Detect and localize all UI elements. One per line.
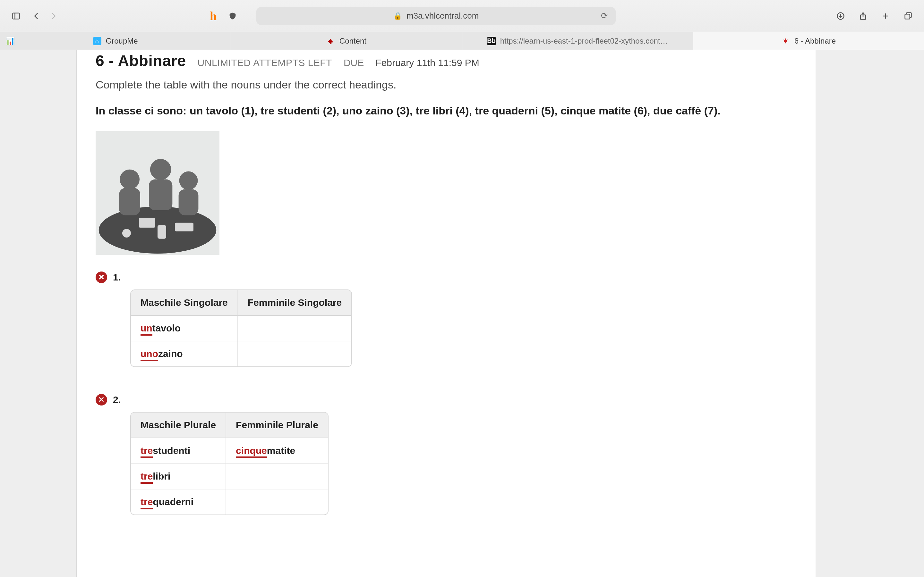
tab-groupme[interactable]: ⌂ GroupMe — [0, 32, 231, 50]
table-row: trequaderni — [131, 489, 328, 514]
tab-strip: ⌂ GroupMe ◈ Content Bb https://learn-us-… — [0, 32, 924, 50]
content-favicon-icon: ◈ — [326, 37, 335, 45]
sidebar-toggle-icon[interactable] — [10, 10, 23, 23]
svg-rect-8 — [905, 14, 910, 19]
blackboard-favicon-icon: Bb — [487, 37, 496, 45]
col-header: Maschile Plurale — [131, 413, 226, 438]
favorite-item-1-icon[interactable]: 📊 — [4, 35, 17, 47]
assignment-page: 6 - Abbinare UNLIMITED ATTEMPTS LEFT DUE… — [76, 50, 816, 577]
svg-rect-0 — [13, 13, 19, 19]
classroom-illustration — [95, 131, 220, 255]
assignment-title: 6 - Abbinare — [95, 52, 186, 69]
assignment-header: 6 - Abbinare UNLIMITED ATTEMPTS LEFT DUE… — [95, 52, 796, 69]
vhl-favicon-icon: ✶ — [782, 37, 790, 45]
tabs-overview-icon[interactable] — [901, 10, 914, 23]
svg-point-22 — [122, 229, 131, 237]
groupme-favicon-icon: ⌂ — [93, 37, 102, 45]
answer-table-1: Maschile Singolare Femminile Singolare u… — [130, 290, 352, 367]
answer-cell[interactable] — [238, 341, 351, 366]
question-2: ✕ 2. Maschile Plurale Femminile Plurale … — [95, 394, 796, 516]
answer-cell[interactable]: untavolo — [131, 316, 238, 341]
due-date: February 11th 11:59 PM — [375, 57, 479, 68]
svg-rect-23 — [158, 225, 166, 239]
answer-cell[interactable]: cinquematite — [226, 438, 328, 464]
forward-icon — [47, 10, 60, 23]
privacy-shield-icon[interactable] — [226, 10, 239, 23]
tab-vhl-active[interactable]: ✶ 6 - Abbinare — [693, 32, 924, 50]
answer-cell[interactable]: trelibri — [131, 464, 226, 489]
answer-cell[interactable] — [226, 464, 328, 489]
svg-point-18 — [179, 171, 198, 190]
lock-icon: 🔒 — [393, 12, 402, 20]
answer-table-2: Maschile Plurale Femminile Plurale trest… — [130, 412, 328, 515]
svg-rect-15 — [119, 188, 140, 215]
url-text: m3a.vhlcentral.com — [407, 11, 479, 21]
answer-cell[interactable]: unozaino — [131, 341, 238, 366]
attempts-remaining: UNLIMITED ATTEMPTS LEFT — [198, 57, 332, 68]
svg-rect-20 — [139, 218, 155, 227]
svg-point-14 — [120, 169, 140, 189]
tab-label: https://learn-us-east-1-prod-fleet02-xyt… — [500, 37, 668, 45]
table-row: untavolo — [131, 316, 351, 341]
prompt-text: In classe ci sono: un tavolo (1), tre st… — [95, 105, 796, 117]
question-number: 1. — [113, 272, 121, 283]
col-header: Femminile Singolare — [238, 290, 351, 316]
tab-label: 6 - Abbinare — [795, 37, 836, 45]
col-header: Femminile Plurale — [226, 413, 328, 438]
due-label: DUE — [344, 57, 364, 68]
table-row: trelibri — [131, 464, 328, 489]
svg-rect-21 — [175, 223, 194, 231]
instructions-text: Complete the table with the nouns under … — [95, 79, 796, 91]
question-number: 2. — [113, 394, 121, 405]
svg-rect-19 — [179, 189, 199, 215]
back-icon[interactable] — [30, 10, 43, 23]
tab-content[interactable]: ◈ Content — [231, 32, 462, 50]
table-row: trestudenti cinquematite — [131, 438, 328, 464]
tab-label: GroupMe — [106, 37, 138, 45]
address-bar[interactable]: 🔒 m3a.vhlcentral.com ⟳ — [256, 7, 615, 25]
answer-cell[interactable] — [226, 489, 328, 514]
table-row: unozaino — [131, 341, 351, 366]
answer-cell[interactable]: trequaderni — [131, 489, 226, 514]
question-1: ✕ 1. Maschile Singolare Femminile Singol… — [95, 271, 796, 368]
tab-label: Content — [339, 37, 367, 45]
downloads-icon[interactable] — [834, 10, 847, 23]
answer-cell[interactable] — [238, 316, 351, 341]
answer-cell[interactable]: trestudenti — [131, 438, 226, 464]
incorrect-badge-icon: ✕ — [95, 271, 107, 283]
honey-extension-icon[interactable]: h — [210, 9, 216, 23]
new-tab-icon[interactable] — [879, 10, 892, 23]
tab-blackboard[interactable]: Bb https://learn-us-east-1-prod-fleet02-… — [462, 32, 693, 50]
share-icon[interactable] — [857, 10, 869, 23]
browser-toolbar: h 🔒 m3a.vhlcentral.com ⟳ — [0, 0, 924, 32]
incorrect-badge-icon: ✕ — [95, 394, 107, 406]
col-header: Maschile Singolare — [131, 290, 238, 316]
reload-icon[interactable]: ⟳ — [601, 11, 608, 21]
svg-point-16 — [150, 159, 171, 180]
svg-rect-17 — [149, 179, 172, 211]
